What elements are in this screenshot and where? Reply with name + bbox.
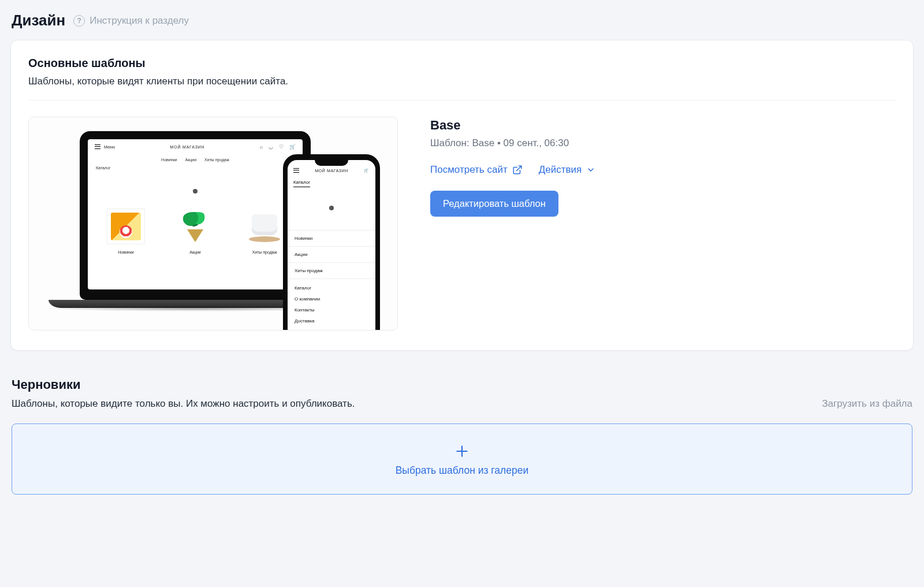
edit-template-label: Редактировать шаблон [443,198,546,209]
help-icon: ? [73,15,85,27]
preview-phone-footer-item: Доставка [288,315,375,326]
search-icon: ⌕ [260,144,263,150]
preview-laptop-nav-item: Новинки [161,158,177,162]
template-preview[interactable]: Меню МОЙ МАГАЗИН ⌕ ◡ ♡ 🛒 [28,117,398,330]
template-name: Base [430,118,595,133]
hamburger-icon [293,168,299,173]
choose-from-gallery-label: Выбрать шаблон из галереи [396,465,529,477]
preview-phone-list-item: Хиты продаж [288,263,375,279]
edit-template-button[interactable]: Редактировать шаблон [430,191,558,217]
preview-laptop: Меню МОЙ МАГАЗИН ⌕ ◡ ♡ 🛒 [80,131,311,311]
drafts-heading: Черновики [12,377,355,392]
page-title: Дизайн [12,12,65,29]
preview-laptop-nav-item: Хиты продаж [204,158,229,162]
preview-phone-store-name: МОЙ МАГАЗИН [315,169,348,173]
template-meta: Base Шаблон: Base • 09 сент., 06:30 Посм… [430,117,595,217]
upload-from-file-link[interactable]: Загрузить из файла [822,398,912,410]
user-icon: ◡ [269,144,273,150]
main-templates-card: Основные шаблоны Шаблоны, которые видят … [10,40,914,351]
heart-icon: ♡ [279,144,284,150]
view-site-label: Посмотреть сайт [430,164,508,176]
preview-phone-footer-item: Контакты [288,304,375,315]
hamburger-icon [95,144,100,149]
drafts-section: Черновики Шаблоны, которые видите только… [10,377,914,495]
preview-product-image [107,209,145,244]
chevron-down-icon [586,165,595,174]
drafts-subtitle: Шаблоны, которые видите только вы. Их мо… [12,398,355,410]
help-link-label: Инструкция к разделу [90,15,189,27]
preview-phone: МОЙ МАГАЗИН 🛒 Каталог Новинки Акции Хиты… [283,154,380,330]
preview-product-label: Акции [172,250,218,254]
template-meta-line: Шаблон: Base • 09 сент., 06:30 [430,138,595,149]
cart-icon: 🛒 [289,144,296,150]
view-site-link[interactable]: Посмотреть сайт [430,164,523,176]
actions-label: Действия [539,164,582,176]
svg-line-0 [516,166,521,170]
external-link-icon [512,165,523,175]
preview-phone-list-item: Новинки [288,231,375,247]
preview-phone-hero-dot [329,206,334,210]
cart-icon: 🛒 [364,168,370,173]
actions-dropdown[interactable]: Действия [539,164,595,176]
preview-laptop-store-name: МОЙ МАГАЗИН [170,145,205,149]
preview-product-image [245,209,284,244]
preview-phone-footer-item: Каталог [288,283,375,294]
template-row: Меню МОЙ МАГАЗИН ⌕ ◡ ♡ 🛒 [28,117,896,330]
preview-laptop-sidebar-label: Каталог [96,166,110,170]
preview-phone-footer-item: О компании [288,294,375,304]
choose-from-gallery-button[interactable]: Выбрать шаблон из галереи [12,423,912,495]
preview-laptop-hero-dot [193,189,198,194]
help-link[interactable]: ? Инструкция к разделу [73,15,189,27]
preview-phone-section-label: Каталог [293,180,310,187]
preview-product-label: Новинки [103,250,149,254]
plus-icon [454,444,470,459]
page-header: Дизайн ? Инструкция к разделу [12,12,914,29]
preview-phone-list-item: Акции [288,247,375,263]
main-templates-heading: Основные шаблоны [28,57,896,70]
preview-laptop-nav-item: Акции [185,158,197,162]
preview-product-label: Хиты продаж [241,250,288,254]
main-templates-subtitle: Шаблоны, которые видят клиенты при посещ… [28,76,896,87]
divider [28,100,896,101]
preview-laptop-menu-label: Меню [104,145,115,149]
preview-product-image [176,209,214,244]
